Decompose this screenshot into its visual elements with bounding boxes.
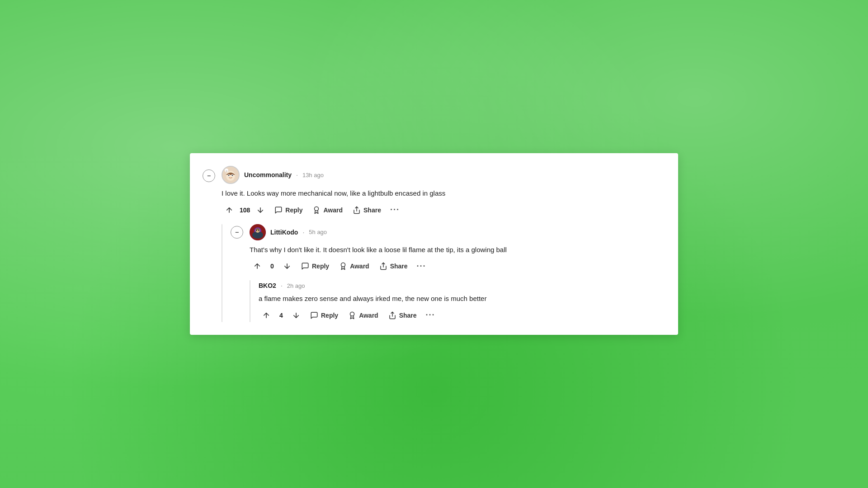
- username-bko2[interactable]: BKO2: [259, 282, 276, 289]
- award-button-1[interactable]: Award: [309, 203, 346, 217]
- vote-count-1: 108: [240, 206, 250, 214]
- share-icon-1: [353, 206, 361, 214]
- more-button-3[interactable]: ···: [423, 309, 438, 322]
- downvote-button-2[interactable]: [279, 259, 295, 273]
- downvote-button-3[interactable]: [288, 309, 304, 322]
- action-bar-1: 108 Reply: [222, 203, 665, 217]
- comment-body-3: a flame makes zero sense and always irke…: [259, 294, 665, 304]
- avatar-uncommonality: ☺: [222, 166, 240, 184]
- timestamp-1: 13h ago: [302, 172, 324, 178]
- svg-point-1: [226, 171, 235, 181]
- svg-point-5: [232, 175, 233, 176]
- comment-body-2: That's why I don't like it. It doesn't l…: [250, 245, 665, 255]
- share-button-3[interactable]: Share: [385, 309, 420, 322]
- upvote-icon-2: [253, 262, 261, 270]
- share-label-3: Share: [399, 312, 417, 319]
- collapse-button-1[interactable]: −: [203, 169, 215, 182]
- dot-sep-1: ·: [296, 171, 298, 178]
- timestamp-3: 2h ago: [287, 282, 305, 289]
- award-label-1: Award: [323, 206, 343, 214]
- upvote-icon-3: [262, 311, 270, 319]
- upvote-button-1[interactable]: [222, 203, 237, 217]
- comment-body-1: I love it. Looks way more mechanical now…: [222, 188, 665, 199]
- reply-container-littikodo: −: [222, 224, 665, 322]
- username-littikodo[interactable]: LittiKodo: [270, 229, 298, 236]
- share-label-2: Share: [390, 263, 408, 270]
- award-icon-2: [339, 262, 347, 270]
- comment-card: −: [190, 153, 678, 335]
- vote-count-3: 4: [277, 312, 286, 319]
- comment-header-2: LittiKodo · 5h ago: [250, 224, 665, 240]
- share-label-1: Share: [363, 206, 381, 214]
- dot-sep-3: ·: [281, 282, 283, 289]
- username-uncommonality[interactable]: Uncommonality: [244, 171, 292, 178]
- share-icon-3: [388, 311, 396, 319]
- reply-icon-3: [310, 311, 318, 319]
- more-button-2[interactable]: ···: [414, 260, 429, 273]
- award-icon-1: [312, 206, 321, 214]
- action-bar-3: 4: [259, 309, 665, 322]
- reply-label-1: Reply: [285, 206, 302, 214]
- downvote-icon-2: [283, 262, 291, 270]
- vote-count-2: 0: [268, 263, 277, 270]
- reply-label-2: Reply: [312, 263, 329, 270]
- reply-label-3: Reply: [321, 312, 338, 319]
- comment-header-1: ☺ Uncommonality · 13h ago: [222, 166, 665, 184]
- dot-sep-2: ·: [302, 229, 304, 236]
- comment-header-3: BKO2 · 2h ago: [259, 282, 665, 289]
- award-icon-3: [348, 311, 356, 319]
- downvote-icon-3: [292, 311, 300, 319]
- more-button-1[interactable]: ···: [387, 203, 402, 216]
- comment-uncommonality: −: [203, 166, 665, 322]
- reply-button-1[interactable]: Reply: [271, 203, 306, 217]
- upvote-icon-1: [225, 206, 233, 214]
- downvote-icon-1: [256, 206, 264, 214]
- share-button-2[interactable]: Share: [376, 259, 411, 273]
- timestamp-2: 5h ago: [309, 229, 327, 235]
- action-bar-2: 0: [250, 259, 665, 273]
- downvote-button-1[interactable]: [253, 203, 268, 217]
- svg-text:☺: ☺: [225, 169, 227, 172]
- award-button-2[interactable]: Award: [335, 259, 373, 273]
- reply-button-2[interactable]: Reply: [297, 259, 333, 273]
- share-icon-2: [379, 262, 387, 270]
- reply-button-3[interactable]: Reply: [307, 309, 342, 322]
- collapse-button-2[interactable]: −: [231, 226, 243, 239]
- upvote-button-2[interactable]: [250, 259, 265, 273]
- share-button-1[interactable]: Share: [349, 203, 385, 217]
- reply-icon-2: [301, 262, 309, 270]
- svg-point-14: [256, 230, 257, 231]
- award-label-2: Award: [350, 263, 369, 270]
- svg-point-15: [258, 230, 259, 231]
- award-button-3[interactable]: Award: [344, 309, 382, 322]
- avatar-littikodo: [250, 224, 266, 240]
- upvote-button-3[interactable]: [259, 309, 274, 322]
- award-label-3: Award: [359, 312, 378, 319]
- svg-point-4: [228, 175, 230, 176]
- reply-icon-1: [274, 206, 283, 214]
- reply-container-bko2: BKO2 · 2h ago a flame makes zero sense a…: [250, 280, 665, 322]
